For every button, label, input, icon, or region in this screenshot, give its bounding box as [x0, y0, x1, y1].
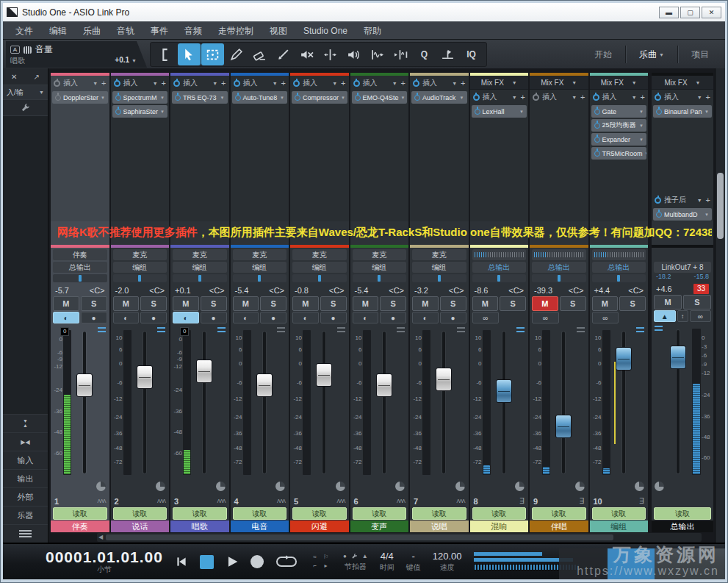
volume-value[interactable]: +4.6 [656, 285, 672, 293]
insert-slot[interactable]: SpectrumM▼ [112, 91, 168, 104]
channel-strip-7[interactable]: 插入▼+AudioTrack▼麦克编组-3.2<C>MS◐●1060-6-12-… [410, 73, 469, 532]
channel-input-label[interactable]: 麦克 [113, 249, 167, 260]
solo-button[interactable]: S [619, 296, 646, 311]
spatial-button[interactable]: ▲ [654, 310, 676, 322]
volume-fader[interactable] [76, 373, 93, 397]
volume-fader[interactable] [616, 347, 632, 371]
chevron-down-icon[interactable]: ▼ [160, 110, 165, 114]
solo-button[interactable]: S [140, 296, 167, 311]
chevron-down-icon[interactable]: ▼ [512, 80, 517, 85]
volume-value[interactable]: -0.8 [295, 286, 309, 295]
post-insert-slot[interactable]: MultibandD▼ [653, 208, 712, 221]
chevron-down-icon[interactable]: ▼ [460, 96, 464, 100]
plugin-power-icon[interactable] [594, 151, 600, 157]
mute-tool[interactable] [295, 43, 318, 65]
volume-value[interactable]: -5.4 [355, 286, 369, 295]
channel-name-label[interactable]: 伴奏 [51, 521, 109, 532]
monitor-button[interactable]: ◐ [233, 312, 259, 323]
solo-button[interactable]: S [201, 296, 227, 311]
automation-trim-icon[interactable] [217, 327, 226, 332]
add-insert-icon[interactable]: + [706, 93, 710, 101]
pan-control[interactable] [233, 274, 287, 282]
volume-fader[interactable] [256, 373, 273, 397]
channel-input-label[interactable]: 麦克 [233, 249, 287, 260]
pan-control[interactable] [353, 274, 407, 282]
chevron-down-icon[interactable]: ▼ [341, 96, 345, 100]
automation-trim-icon[interactable] [577, 327, 585, 332]
mute-button[interactable]: M [53, 296, 79, 311]
post-fader-power-icon[interactable] [655, 197, 661, 204]
record-button[interactable] [251, 555, 264, 568]
automation-trim-icon[interactable] [98, 327, 106, 332]
mixfx-header[interactable]: Mix FX▼ [530, 76, 588, 90]
chevron-down-icon[interactable]: ▼ [160, 96, 165, 100]
pan-value[interactable]: <C> [329, 286, 345, 295]
project-page-button[interactable]: 项目 [678, 49, 722, 61]
vertical-scroll-thumb[interactable] [717, 173, 724, 239]
channel-name-label[interactable]: 混响 [470, 521, 529, 532]
pan-value[interactable]: <C> [90, 286, 105, 295]
bend-tool[interactable] [319, 43, 342, 65]
mute-button[interactable]: M [353, 296, 379, 311]
chevron-down-icon[interactable]: ▼ [273, 81, 278, 86]
pan-value[interactable]: <C> [209, 286, 225, 295]
chevron-down-icon[interactable]: ▼ [572, 95, 577, 100]
stereo-link-button[interactable]: ∞ [690, 310, 712, 322]
chevron-down-icon[interactable]: ▼ [639, 110, 644, 114]
mixfx-header[interactable]: Mix FX▼ [652, 76, 713, 90]
insert-slot[interactable]: Expander▼ [591, 133, 647, 146]
sidebar-item-external[interactable]: 外部 [3, 487, 48, 506]
chevron-down-icon[interactable]: ▼ [639, 137, 644, 142]
channel-name-label[interactable]: 变声 [350, 521, 409, 532]
insert-slot[interactable]: Auto-Tune8▼ [232, 91, 288, 104]
insert-header[interactable]: 插入▼+ [290, 76, 349, 90]
volume-fader[interactable] [376, 373, 392, 397]
pan-control[interactable] [472, 274, 527, 282]
pan-value[interactable]: <C> [449, 286, 464, 295]
maximize-button[interactable]: ▢ [680, 7, 700, 18]
chevron-down-icon[interactable]: ▼ [632, 80, 637, 85]
insert-slot[interactable]: 25段均衡器▼ [591, 119, 647, 132]
volume-value[interactable]: -2.0 [115, 286, 129, 295]
insert-header[interactable]: 插入▼+ [590, 90, 649, 104]
insert-header[interactable]: 插入▼+ [111, 76, 170, 90]
close-console-icon[interactable]: ✕ [3, 68, 26, 85]
read-automation-button[interactable]: 读取 [654, 507, 711, 520]
monitor-button[interactable]: ◐ [292, 312, 319, 323]
metronome-dot-icon[interactable]: ● [343, 553, 347, 559]
read-automation-button[interactable]: 读取 [53, 507, 107, 520]
quantize-tool[interactable]: Q [413, 43, 436, 65]
monitor-button[interactable]: ◐ [113, 312, 140, 323]
monitor-button[interactable]: ◐ [53, 312, 79, 323]
volume-fader[interactable] [196, 360, 212, 383]
chevron-down-icon[interactable]: ▼ [392, 81, 397, 86]
volume-value[interactable]: +4.4 [594, 286, 610, 295]
mini-fader-button[interactable]: ↕ [677, 310, 688, 322]
insert-header[interactable]: 插入▼+ [470, 90, 529, 104]
chevron-down-icon[interactable]: ▼ [332, 81, 337, 86]
plugin-power-icon[interactable] [115, 109, 121, 115]
loop-button[interactable] [275, 555, 298, 568]
channel-input-label[interactable]: 麦克 [173, 249, 227, 260]
insert-power-icon[interactable] [593, 94, 599, 101]
insert-power-icon[interactable] [533, 94, 539, 101]
insert-power-icon[interactable] [473, 94, 480, 101]
channel-strip-8[interactable]: Mix FX▼插入▼+LexHall▼总输出-8.6<C>MS∞1060-6-1… [470, 73, 529, 532]
time-display[interactable]: 00001.01.01.00 小节 [46, 549, 163, 575]
channel-name-label[interactable]: 说话 [111, 521, 170, 532]
channel-name-label[interactable]: 唱歌 [170, 521, 229, 532]
hand-tool-icon[interactable] [24, 46, 32, 54]
add-insert-icon[interactable]: + [281, 79, 286, 87]
volume-fader[interactable] [436, 368, 452, 391]
read-automation-button[interactable]: 读取 [173, 507, 227, 520]
channel-input-label[interactable]: 伴奏 [53, 249, 107, 260]
solo-button[interactable]: S [81, 296, 107, 311]
record-arm-button[interactable]: ● [140, 312, 167, 323]
eraser-tool[interactable] [248, 43, 271, 65]
solo-button[interactable]: S [260, 296, 286, 311]
chevron-down-icon[interactable]: ▼ [519, 110, 524, 114]
plugin-power-icon[interactable] [175, 95, 181, 101]
insert-header[interactable]: 插入▼+ [350, 76, 409, 90]
record-arm-button[interactable]: ● [81, 312, 107, 323]
mute-button[interactable]: M [412, 296, 439, 311]
